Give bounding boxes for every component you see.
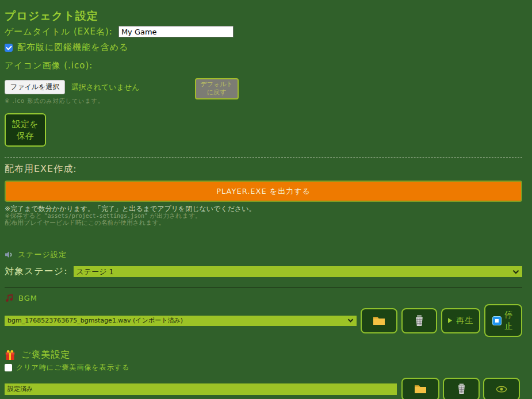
- file-select-button[interactable]: ファイルを選択: [5, 80, 65, 94]
- icon-file-row: ファイルを選択 選択されていません: [5, 80, 140, 94]
- speaker-icon: [5, 251, 13, 259]
- game-title-label: ゲームタイトル (EXE名):: [5, 26, 113, 37]
- reward-section-title: ご褒美設定: [21, 349, 70, 361]
- eye-icon: [496, 386, 507, 393]
- main-content: プロジェクト設定 ゲームタイトル (EXE名): 配布版に図鑑機能を含める アイ…: [0, 0, 532, 399]
- bgm-stop-button[interactable]: 停止: [484, 304, 522, 337]
- dashed-divider: [5, 158, 522, 158]
- project-settings-screen: プロジェクト設定 ゲームタイトル (EXE名): 配布版に図鑑機能を含める アイ…: [0, 0, 532, 399]
- trash-icon: [414, 315, 424, 327]
- settings-json-path: "assets/project-settings.json": [44, 213, 148, 219]
- chevron-down-icon: [347, 319, 354, 323]
- stop-icon: [492, 316, 502, 325]
- bgm-delete-button[interactable]: [401, 308, 437, 333]
- bgm-controls-row: bgm_1768523763675_bgmstage1.wav (インポート済み…: [5, 304, 522, 337]
- bgm-folder-button[interactable]: [361, 308, 397, 333]
- reward-delete-button[interactable]: [443, 378, 480, 399]
- reward-controls-row: 設定済み: [5, 377, 522, 399]
- game-title-row: ゲームタイトル (EXE名):: [5, 26, 522, 37]
- export-player-exe-button[interactable]: PLAYER.EXE を出力する: [5, 181, 522, 202]
- bgm-stop-label: 停止: [504, 309, 514, 332]
- reward-status-value: 設定済み: [7, 385, 394, 393]
- icon-file-block: ファイルを選択 選択されていません ※ .ico 形式のみ対応しています。 デフ…: [5, 78, 522, 105]
- folder-icon: [373, 316, 385, 325]
- icon-file-left: ファイルを選択 選択されていません ※ .ico 形式のみ対応しています。: [5, 78, 140, 105]
- reward-section-heading: ご褒美設定: [5, 349, 522, 361]
- bgm-file-value: bgm_1768523763675_bgmstage1.wav (インポート済み…: [7, 316, 347, 325]
- file-none-text: 選択されていません: [71, 82, 139, 93]
- reset-default-button[interactable]: デフォルトに戻す: [195, 78, 239, 99]
- bgm-file-select[interactable]: bgm_1768523763675_bgmstage1.wav (インポート済み…: [5, 316, 357, 326]
- divider: [5, 287, 522, 287]
- bgm-section-heading: BGM: [5, 293, 522, 302]
- export-note-1: ※完了まで数分かかります。「完了」と出るまでアプリを閉じないでください。: [5, 205, 522, 213]
- gift-icon: [5, 350, 16, 360]
- game-title-input[interactable]: [118, 26, 234, 37]
- include-zukan-checkbox[interactable]: [5, 44, 13, 52]
- exe-build-heading: 配布用EXE作成:: [5, 163, 522, 175]
- bgm-play-label: 再生: [456, 316, 473, 326]
- show-reward-checkbox[interactable]: [5, 364, 12, 371]
- reward-status-bar[interactable]: 設定済み: [5, 383, 397, 395]
- target-stage-select[interactable]: ステージ 1: [74, 266, 522, 277]
- include-zukan-row[interactable]: 配布版に図鑑機能を含める: [5, 42, 522, 53]
- reward-checkbox-row[interactable]: クリア時にご褒美画像を表示する: [5, 363, 522, 373]
- target-stage-value: ステージ 1: [76, 267, 512, 277]
- music-note-icon: [5, 293, 14, 302]
- reward-preview-button[interactable]: [483, 378, 520, 399]
- save-settings-button[interactable]: 設定を保存: [5, 113, 46, 147]
- reward-folder-button[interactable]: [401, 378, 439, 399]
- chevron-down-icon: [512, 270, 519, 274]
- include-zukan-label: 配布版に図鑑機能を含める: [17, 42, 128, 53]
- icon-image-label: アイコン画像 (.ico):: [5, 60, 522, 71]
- stage-section-title: ステージ設定: [18, 250, 67, 260]
- play-icon: [447, 317, 453, 324]
- bgm-section-title: BGM: [18, 294, 37, 302]
- ico-format-note: ※ .ico 形式のみ対応しています。: [5, 97, 140, 105]
- folder-icon: [414, 384, 427, 394]
- stage-section-heading: ステージ設定: [5, 250, 522, 260]
- export-note-3: 配布用プレイヤービルド時にこの名前が使用されます。: [5, 220, 522, 227]
- target-stage-label: 対象ステージ:: [5, 266, 68, 278]
- bgm-play-button[interactable]: 再生: [441, 308, 480, 333]
- stage-select-row: 対象ステージ: ステージ 1: [5, 266, 522, 278]
- trash-icon: [457, 383, 466, 394]
- show-reward-label: クリア時にご褒美画像を表示する: [16, 363, 129, 373]
- page-title: プロジェクト設定: [5, 9, 522, 22]
